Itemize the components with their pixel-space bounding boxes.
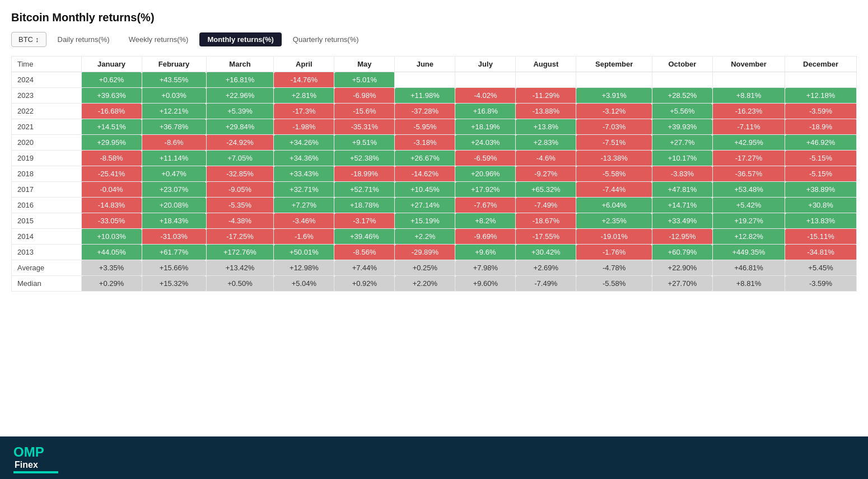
data-cell: +12.21% — [142, 104, 206, 119]
data-cell: +53.48% — [712, 182, 785, 198]
col-feb: February — [142, 57, 206, 72]
data-cell: +16.81% — [206, 72, 274, 88]
data-cell — [652, 72, 712, 88]
data-cell: -15.6% — [334, 104, 395, 119]
data-cell: +6.04% — [576, 198, 652, 213]
year-cell: 2021 — [12, 119, 82, 135]
data-cell: -7.11% — [712, 119, 785, 135]
median-cell: -7.49% — [516, 276, 576, 292]
median-cell: +15.32% — [142, 276, 206, 292]
median-cell: +0.92% — [334, 276, 395, 292]
data-cell: +20.96% — [455, 166, 516, 182]
year-cell: 2016 — [12, 198, 82, 213]
data-cell: +39.63% — [81, 88, 142, 104]
median-cell: +0.29% — [81, 276, 142, 292]
data-cell: -15.11% — [785, 229, 857, 245]
data-cell: -8.6% — [142, 135, 206, 151]
table-row: 2020+29.95%-8.6%-24.92%+34.26%+9.51%-3.1… — [12, 135, 857, 151]
year-cell: 2022 — [12, 104, 82, 119]
data-cell: +18.43% — [142, 213, 206, 229]
data-cell: -25.41% — [81, 166, 142, 182]
data-cell: +12.82% — [712, 229, 785, 245]
year-cell: 2023 — [12, 88, 82, 104]
data-cell: +3.91% — [576, 88, 652, 104]
data-cell: -35.31% — [334, 119, 395, 135]
data-cell: +27.7% — [652, 135, 712, 151]
col-jun: June — [395, 57, 455, 72]
chevron-icon: ↕ — [35, 35, 39, 44]
data-cell: +33.49% — [652, 213, 712, 229]
data-cell: -5.35% — [206, 198, 274, 213]
data-cell: -9.69% — [455, 229, 516, 245]
data-cell: +23.07% — [142, 182, 206, 198]
data-cell: +15.19% — [395, 213, 455, 229]
average-row: Average+3.35%+15.66%+13.42%+12.98%+7.44%… — [12, 260, 857, 276]
median-cell: +9.60% — [455, 276, 516, 292]
data-cell: +14.71% — [652, 198, 712, 213]
data-cell: +13.83% — [785, 213, 857, 229]
btc-label: BTC — [18, 35, 33, 44]
data-cell: -7.67% — [455, 198, 516, 213]
data-cell: +10.45% — [395, 182, 455, 198]
table-row: 2015-33.05%+18.43%-4.38%-3.46%-3.17%+15.… — [12, 213, 857, 229]
data-cell: +52.38% — [334, 151, 395, 166]
data-cell: +2.2% — [395, 229, 455, 245]
data-cell: -3.59% — [785, 104, 857, 119]
data-cell: -5.15% — [785, 151, 857, 166]
tab-daily[interactable]: Daily returns(%) — [50, 32, 118, 46]
data-cell: +11.14% — [142, 151, 206, 166]
data-cell — [576, 72, 652, 88]
data-cell: -3.18% — [395, 135, 455, 151]
data-cell: +43.55% — [142, 72, 206, 88]
data-cell: -16.23% — [712, 104, 785, 119]
data-cell: -5.15% — [785, 166, 857, 182]
data-cell: -6.98% — [334, 88, 395, 104]
data-cell: +13.8% — [516, 119, 576, 135]
year-cell: 2018 — [12, 166, 82, 182]
col-jul: July — [455, 57, 516, 72]
data-cell: -16.68% — [81, 104, 142, 119]
tab-quarterly[interactable]: Quarterly returns(%) — [285, 32, 367, 46]
year-cell: 2019 — [12, 151, 82, 166]
data-cell: +9.51% — [334, 135, 395, 151]
logo-finex: Finex — [15, 460, 58, 470]
median-cell: -3.59% — [785, 276, 857, 292]
avg-cell: +13.42% — [206, 260, 274, 276]
data-cell: -36.57% — [712, 166, 785, 182]
data-cell: -1.98% — [274, 119, 334, 135]
year-cell: 2013 — [12, 245, 82, 260]
data-cell: +42.95% — [712, 135, 785, 151]
avg-cell: -4.78% — [576, 260, 652, 276]
table-row: 2023+39.63%+0.03%+22.96%+2.81%-6.98%+11.… — [12, 88, 857, 104]
data-cell — [712, 72, 785, 88]
data-cell: -4.6% — [516, 151, 576, 166]
data-cell: -4.02% — [455, 88, 516, 104]
data-cell: -18.9% — [785, 119, 857, 135]
year-cell: 2020 — [12, 135, 82, 151]
col-dec: December — [785, 57, 857, 72]
avg-cell: +22.90% — [652, 260, 712, 276]
data-cell: -32.85% — [206, 166, 274, 182]
data-cell: -17.55% — [516, 229, 576, 245]
col-may: May — [334, 57, 395, 72]
tab-weekly[interactable]: Weekly returns(%) — [121, 32, 197, 46]
data-cell: -34.81% — [785, 245, 857, 260]
btc-selector[interactable]: BTC ↕ — [11, 32, 46, 47]
data-cell: -0.04% — [81, 182, 142, 198]
data-cell: -5.95% — [395, 119, 455, 135]
data-cell: +0.03% — [142, 88, 206, 104]
data-cell: +46.92% — [785, 135, 857, 151]
data-cell — [455, 72, 516, 88]
data-cell: +39.93% — [652, 119, 712, 135]
data-cell: +5.39% — [206, 104, 274, 119]
data-cell: +50.01% — [274, 245, 334, 260]
data-cell: +14.51% — [81, 119, 142, 135]
median-cell: +8.81% — [712, 276, 785, 292]
tab-monthly[interactable]: Monthly returns(%) — [199, 32, 281, 46]
data-cell: +52.71% — [334, 182, 395, 198]
data-cell: -4.38% — [206, 213, 274, 229]
year-cell: 2014 — [12, 229, 82, 245]
data-cell: +39.46% — [334, 229, 395, 245]
avg-cell: +3.35% — [81, 260, 142, 276]
header-row: Time January February March April May Ju… — [12, 57, 857, 72]
